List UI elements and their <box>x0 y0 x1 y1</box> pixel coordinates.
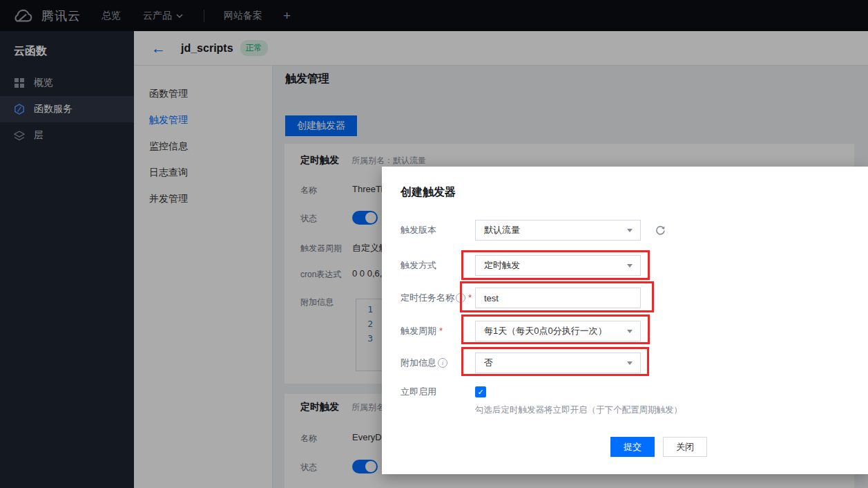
close-button[interactable]: 关闭 <box>663 437 707 457</box>
caret-down-icon <box>627 264 633 268</box>
task-name-input[interactable] <box>475 288 641 308</box>
modal-title: 创建触发器 <box>401 185 456 200</box>
trigger-period-value: 每1天（每天0点0分执行一次） <box>484 325 607 337</box>
enable-now-checkbox[interactable]: ✓ <box>475 386 486 397</box>
trigger-version-select[interactable]: 默认流量 <box>475 220 641 241</box>
create-trigger-modal: 创建触发器 触发版本 默认流量 触发方式 定时触发 定时任务名称i* 触发周期*… <box>382 167 868 474</box>
info-icon[interactable]: i <box>438 358 447 368</box>
required-asterisk: * <box>439 321 443 341</box>
trigger-period-select[interactable]: 每1天（每天0点0分执行一次） <box>475 321 641 341</box>
trigger-type-select[interactable]: 定时触发 <box>475 255 641 276</box>
extra-info-select[interactable]: 否 <box>475 353 641 373</box>
label-trigger-type: 触发方式 <box>401 255 436 276</box>
caret-down-icon <box>627 229 633 232</box>
caret-down-icon <box>627 330 633 333</box>
label-enable-now: 立即启用 <box>401 382 436 402</box>
checkmark-icon: ✓ <box>477 388 483 397</box>
trigger-version-value: 默认流量 <box>484 224 520 236</box>
extra-info-value: 否 <box>484 357 493 369</box>
label-extra-info: 附加信息i <box>401 353 447 373</box>
enable-hint-text: 勾选后定时触发器将立即开启（于下个配置周期触发） <box>475 404 682 416</box>
required-asterisk: * <box>468 288 472 308</box>
refresh-icon[interactable] <box>650 220 671 241</box>
info-icon[interactable]: i <box>456 293 465 303</box>
caret-down-icon <box>627 362 633 365</box>
trigger-type-value: 定时触发 <box>484 259 520 272</box>
label-trigger-version: 触发版本 <box>401 220 436 241</box>
label-trigger-period: 触发周期* <box>401 321 443 341</box>
submit-button[interactable]: 提交 <box>610 437 655 457</box>
label-task-name: 定时任务名称i* <box>401 288 472 308</box>
